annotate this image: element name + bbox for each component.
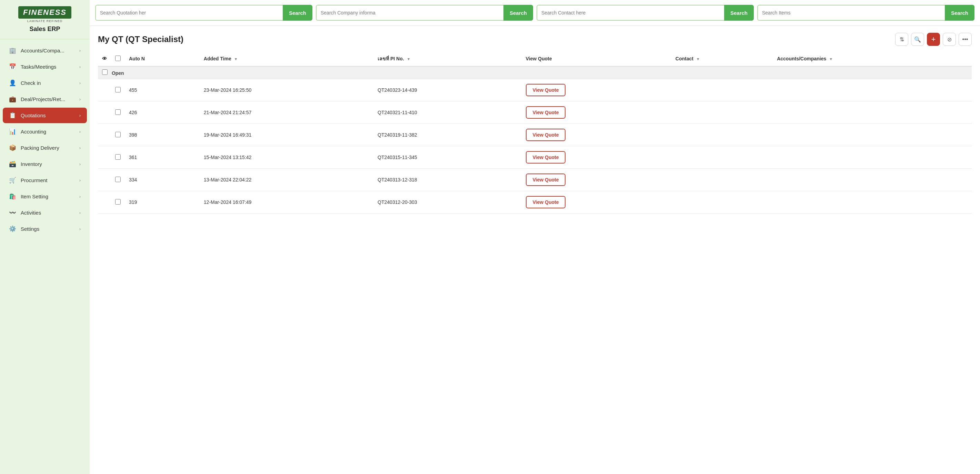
nav-chevron-tasks: › [79, 64, 81, 69]
nav-icon-item-setting: 🛍️ [9, 193, 17, 200]
nav-icon-tasks: 📅 [9, 63, 17, 70]
row-checkbox-cell [111, 169, 125, 191]
nav-label-inventory: Inventory [21, 161, 79, 167]
nav-chevron-item-setting: › [79, 194, 81, 199]
sidebar-item-packing[interactable]: 📦 Packing Delivery › [3, 140, 87, 156]
view-quote-button[interactable]: View Quote [526, 129, 566, 141]
select-all-checkbox[interactable] [115, 56, 121, 61]
nav-chevron-checkin: › [79, 80, 81, 86]
accounts-sort-icon[interactable]: ▼ [829, 57, 833, 61]
sidebar-item-checkin[interactable]: 👤 Check in › [3, 75, 87, 91]
logo-text: FINENESS [18, 6, 72, 19]
search-input-quotation[interactable] [95, 5, 283, 21]
row-checkbox-1[interactable] [115, 109, 121, 115]
contact-sort-icon[interactable]: ▼ [696, 57, 700, 61]
row-auto-n: 334 [125, 169, 200, 191]
row-contact [671, 101, 773, 124]
row-accounts-companies [773, 101, 972, 124]
view-quote-button[interactable]: View Quote [526, 196, 566, 208]
nav-chevron-packing: › [79, 145, 81, 150]
search-group-quotation: Search [95, 5, 312, 21]
row-checkbox-3[interactable] [115, 154, 121, 160]
row-checkbox-4[interactable] [115, 177, 121, 182]
col-contact: Contact ▼ [671, 51, 773, 66]
nav-icon-quotations: 📋 [9, 112, 17, 119]
row-eye-cell [98, 169, 111, 191]
col-accounts-companies: Accounts/Companies ▼ [773, 51, 972, 66]
table-header: 👁 Auto N Added Time ▼ เลขที่ PI No. ▼ Vi… [98, 51, 972, 66]
sidebar-item-deal[interactable]: 💼 Deal/Projects/Ret... › [3, 91, 87, 107]
nav-label-deal: Deal/Projects/Ret... [21, 96, 79, 102]
add-icon: + [931, 35, 936, 44]
nav-label-checkin: Check in [21, 80, 79, 86]
row-checkbox-2[interactable] [115, 132, 121, 137]
row-accounts-companies [773, 191, 972, 214]
group-label: Open [98, 66, 972, 79]
nav-chevron-settings: › [79, 226, 81, 231]
content-area: My QT (QT Specialist) ⇅ 🔍 + ⊘ ••• [90, 26, 980, 474]
row-eye-cell [98, 101, 111, 124]
add-button[interactable]: + [927, 33, 940, 46]
row-contact [671, 191, 773, 214]
sidebar-item-accounting[interactable]: 📊 Accounting › [3, 124, 87, 139]
row-auto-n: 455 [125, 79, 200, 101]
row-auto-n: 361 [125, 146, 200, 169]
sidebar-nav: 🏢 Accounts/Compa... › 📅 Tasks/Meetings ›… [0, 39, 90, 474]
group-checkbox[interactable] [102, 69, 108, 75]
search-group-contact: Search [536, 5, 754, 21]
nav-icon-procurment: 🛒 [9, 177, 17, 184]
nav-label-settings: Settings [21, 226, 79, 232]
view-quote-button[interactable]: View Quote [526, 174, 566, 186]
app-title: Sales ERP [29, 26, 60, 33]
table-row: 334 13-Mar-2024 22:04:22 QT240313-12-318… [98, 169, 972, 191]
row-accounts-companies [773, 146, 972, 169]
table-row: 455 23-Mar-2024 16:25:50 QT240323-14-439… [98, 79, 972, 101]
search-input-items[interactable] [757, 5, 945, 21]
eye-icon: 👁 [102, 56, 107, 61]
more-button[interactable]: ••• [959, 33, 972, 46]
page-header: My QT (QT Specialist) ⇅ 🔍 + ⊘ ••• [98, 33, 972, 46]
view-quote-button[interactable]: View Quote [526, 151, 566, 163]
sidebar-item-quotations[interactable]: 📋 Quotations › [3, 108, 87, 123]
sidebar-item-procurment[interactable]: 🛒 Procurment › [3, 172, 87, 188]
filter-button[interactable]: ⊘ [943, 33, 956, 46]
nav-icon-deal: 💼 [9, 96, 17, 103]
added-time-sort-icon[interactable]: ▼ [234, 57, 238, 61]
logo-tagline: LAMINATE REFINED [27, 19, 62, 23]
pi-no-sort-icon[interactable]: ▼ [407, 57, 411, 61]
row-eye-cell [98, 191, 111, 214]
nav-label-accounts: Accounts/Compa... [21, 48, 79, 53]
row-checkbox-cell [111, 191, 125, 214]
view-quote-button[interactable]: View Quote [526, 84, 566, 96]
nav-label-activities: Activities [21, 210, 79, 215]
search-btn-quotation[interactable]: Search [283, 5, 312, 21]
sidebar-item-item-setting[interactable]: 🛍️ Item Setting › [3, 189, 87, 204]
view-quote-button[interactable]: View Quote [526, 106, 566, 119]
row-checkbox-0[interactable] [115, 87, 121, 93]
search-button[interactable]: 🔍 [911, 33, 924, 46]
nav-icon-inventory: 🗃️ [9, 160, 17, 168]
row-contact [671, 146, 773, 169]
sort-button[interactable]: ⇅ [895, 33, 908, 46]
search-btn-items[interactable]: Search [945, 5, 974, 21]
row-checkbox-5[interactable] [115, 199, 121, 204]
sidebar-item-settings[interactable]: ⚙️ Settings › [3, 221, 87, 237]
nav-chevron-inventory: › [79, 161, 81, 167]
row-view-quote-cell: View Quote [522, 169, 671, 191]
search-btn-company[interactable]: Search [503, 5, 533, 21]
sidebar-logo: FINENESS LAMINATE REFINED Sales ERP [0, 0, 90, 39]
row-checkbox-cell [111, 101, 125, 124]
sidebar-item-inventory[interactable]: 🗃️ Inventory › [3, 156, 87, 172]
search-input-company[interactable] [316, 5, 503, 21]
sidebar-item-activities[interactable]: 〰️ Activities › [3, 205, 87, 220]
quotations-table: 👁 Auto N Added Time ▼ เลขที่ PI No. ▼ Vi… [98, 51, 972, 214]
search-btn-contact[interactable]: Search [724, 5, 754, 21]
sidebar-item-tasks[interactable]: 📅 Tasks/Meetings › [3, 59, 87, 75]
sidebar-item-accounts[interactable]: 🏢 Accounts/Compa... › [3, 43, 87, 58]
search-input-contact[interactable] [536, 5, 724, 21]
row-pi-no: QT240312-20-303 [374, 191, 521, 214]
row-eye-cell [98, 124, 111, 146]
table-body: Open 455 23-Mar-2024 16:25:50 QT240323-1… [98, 66, 972, 214]
nav-label-procurment: Procurment [21, 177, 79, 183]
main-content: Search Search Search Search My QT (QT Sp… [90, 0, 980, 474]
